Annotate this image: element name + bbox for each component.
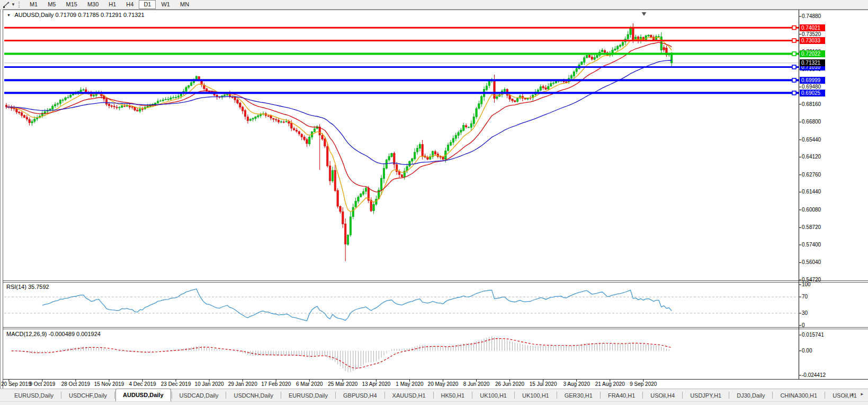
date-axis-label: 20 Sep 2019 (1, 381, 31, 387)
macd-axis-label: 0.00 (802, 348, 812, 354)
tab-scroll-right-icon[interactable]: ▸ (861, 391, 866, 397)
date-axis-label: 6 Mar 2020 (296, 381, 323, 387)
price-line-badge: 0.74021 (800, 24, 825, 31)
rsi-axis-label: 70 (802, 294, 808, 300)
rsi-axis-label: 30 (802, 310, 808, 316)
tab-separator (472, 392, 472, 399)
collapse-triangle-icon[interactable]: ▼ (7, 13, 11, 17)
price-axis-label: 0.65440 (802, 137, 821, 143)
price-chart-canvas[interactable] (0, 0, 868, 405)
date-axis-label: 28 Oct 2019 (61, 381, 90, 387)
tab-separator (642, 392, 643, 399)
date-axis-label: 29 Jan 2020 (228, 381, 257, 387)
macd-axis-label: -0.024412 (802, 372, 826, 378)
rsi-indicator-label: RSI(14) 35.7592 (6, 284, 49, 290)
price-line-badge: 0.72022 (800, 50, 825, 57)
current-price-badge: 0.71321 (800, 59, 825, 66)
price-axis-label: 0.61440 (802, 189, 821, 195)
date-axis-label: 13 Apr 2020 (362, 381, 390, 387)
price-axis-label: 0.74880 (802, 13, 821, 19)
tab-separator (772, 392, 773, 399)
date-axis-label: 4 Dec 2019 (129, 381, 156, 387)
chart-tab-usdjpy-h1[interactable]: USDJPY,H1 (683, 390, 728, 401)
tab-separator (384, 392, 385, 399)
date-axis-label: 17 Feb 2020 (261, 381, 291, 387)
chart-tab-uk100-h1[interactable]: UK100,H1 (515, 390, 556, 401)
chart-tab-usoil-h4[interactable]: USOil,H4 (643, 390, 682, 401)
price-axis-label: 0.58720 (802, 224, 821, 230)
tab-separator (433, 392, 434, 399)
date-axis-label: 25 Mar 2020 (328, 381, 357, 387)
date-axis-label: 15 Nov 2019 (94, 381, 124, 387)
price-line-badge: 0.69999 (800, 77, 825, 84)
tab-separator (557, 392, 557, 399)
chart-tab-eurusd-daily[interactable]: EURUSD,Daily (7, 390, 60, 401)
price-axis-label: 0.60080 (802, 207, 821, 213)
tab-separator (335, 392, 336, 399)
price-axis-label: 0.56040 (802, 259, 821, 265)
date-axis-label: 9 Sep 2020 (630, 381, 657, 387)
price-axis-label: 0.64120 (802, 154, 821, 160)
tab-scroll-buttons: ◂ ▸ (851, 391, 866, 397)
tab-scroll-left-icon[interactable]: ◂ (851, 391, 856, 397)
price-axis-label: 0.57400 (802, 242, 821, 248)
macd-indicator-label: MACD(12,26,9) -0.000489 0.001924 (6, 331, 101, 337)
chart-ohlc-header: ▼ AUDUSD,Daily 0.71709 0.71785 0.71291 0… (7, 12, 145, 18)
chart-tab-usdchf-daily[interactable]: USDCHF,Daily (62, 390, 114, 401)
chart-tab-usdcnh-daily[interactable]: USDCNH,Daily (227, 390, 280, 401)
tab-separator (825, 392, 825, 399)
chart-tab-gbpusd-h4[interactable]: GBPUSD,H4 (336, 390, 384, 401)
price-line-badge: 0.73033 (800, 37, 825, 44)
date-axis-label: 23 Dec 2019 (161, 381, 191, 387)
chart-ohlc-values: 0.71709 0.71785 0.71291 0.71321 (55, 12, 144, 18)
chart-tab-ger30-h1[interactable]: GER30,H1 (558, 390, 599, 401)
chart-tab-hk50-h1[interactable]: HK50,H1 (434, 390, 472, 401)
chart-tab-uk100-h1[interactable]: UK100,H1 (473, 390, 514, 401)
date-axis-label: 21 Aug 2020 (595, 381, 625, 387)
rsi-axis-label: 100 (802, 281, 811, 287)
chart-tab-audusd-daily[interactable]: AUDUSD,Daily (115, 389, 171, 401)
date-axis-label: 10 Jan 2020 (195, 381, 224, 387)
date-axis-label: 1 May 2020 (396, 381, 423, 387)
trading-platform-window: ▼ M1M5M15M30H1H4D1W1MN 0.748800.735200.7… (0, 0, 868, 405)
date-axis-label: 9 Oct 2019 (29, 381, 55, 387)
price-axis-label: 0.69480 (802, 84, 821, 90)
tab-separator (682, 392, 683, 399)
chart-tab-china300-h1[interactable]: CHINA300,H1 (773, 390, 824, 401)
status-strip (0, 401, 868, 405)
price-axis-label: 0.73520 (802, 31, 821, 37)
date-axis-label: 3 Aug 2020 (563, 381, 590, 387)
chart-tab-usdcad-daily[interactable]: USDCAD,Daily (173, 390, 226, 401)
date-axis-label: 8 Jun 2020 (463, 381, 490, 387)
date-axis-label: 20 May 2020 (428, 381, 459, 387)
chart-tab-dj30-daily[interactable]: DJ30,Daily (730, 390, 772, 401)
date-axis-label: 26 Jun 2020 (495, 381, 524, 387)
price-line-badge: 0.69025 (800, 90, 825, 96)
tab-separator (114, 392, 115, 399)
tab-separator (61, 392, 61, 399)
tab-separator (172, 392, 172, 399)
chart-tab-fra40-h1[interactable]: FRA40,H1 (601, 390, 642, 401)
tab-separator (600, 392, 601, 399)
tab-separator (226, 392, 226, 399)
rsi-axis-label: 0 (802, 322, 805, 328)
chart-shift-marker-icon (642, 12, 647, 16)
chart-tab-xauusd-h1[interactable]: XAUUSD,H1 (386, 390, 433, 401)
price-axis-label: 0.66800 (802, 119, 821, 125)
price-axis-label: 0.68160 (802, 101, 821, 107)
macd-axis-label: 0.015741 (802, 332, 824, 338)
price-axis-label: 0.62760 (802, 172, 821, 178)
tab-separator (514, 392, 515, 399)
chart-symbol-period: AUDUSD,Daily (14, 12, 53, 18)
chart-tab-bar: EURUSD,DailyUSDCHF,DailyAUDUSD,DailyUSDC… (0, 389, 868, 401)
date-axis-label: 15 Jul 2020 (530, 381, 557, 387)
chart-tab-eurusd-daily[interactable]: EURUSD,Daily (282, 390, 335, 401)
tab-separator (281, 392, 281, 399)
tab-separator (729, 392, 729, 399)
